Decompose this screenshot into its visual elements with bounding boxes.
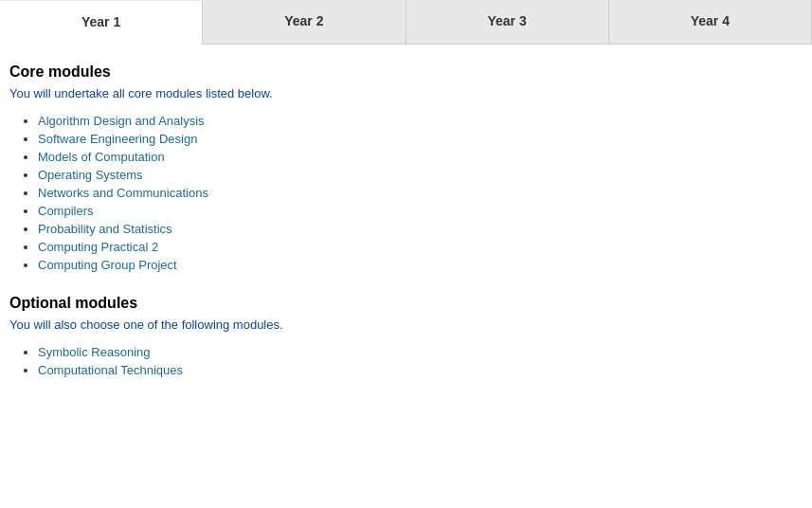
list-item: Software Engineering Design [38,132,803,146]
tab-year4[interactable]: Year 4 [609,0,812,44]
tab-year3[interactable]: Year 3 [406,0,609,44]
list-item: Computing Group Project [38,258,803,272]
list-item: Probability and Statistics [38,222,803,236]
list-item: Algorithm Design and Analysis [38,114,803,128]
core-modules-list: Algorithm Design and Analysis Software E… [9,114,803,272]
optional-modules-description: You will also choose one of the followin… [9,318,803,332]
core-modules-title: Core modules [9,64,803,81]
core-modules-section: Core modules You will undertake all core… [9,64,803,272]
list-item: Models of Computation [38,150,803,164]
tabs-container: Year 1 Year 2 Year 3 Year 4 [0,0,812,45]
list-item: Compilers [38,204,803,218]
optional-modules-section: Optional modules You will also choose on… [9,295,803,377]
list-item: Computing Practical 2 [38,240,803,254]
optional-modules-title: Optional modules [9,295,803,312]
list-item: Operating Systems [38,168,803,182]
optional-modules-list: Symbolic Reasoning Computational Techniq… [9,345,803,377]
content-area: Core modules You will undertake all core… [0,45,812,419]
list-item: Symbolic Reasoning [38,345,803,359]
list-item: Networks and Communications [38,186,803,200]
tab-year1[interactable]: Year 1 [0,1,203,45]
tab-year2[interactable]: Year 2 [203,0,406,44]
list-item: Computational Techniques [38,363,803,377]
core-modules-description: You will undertake all core modules list… [9,86,803,100]
